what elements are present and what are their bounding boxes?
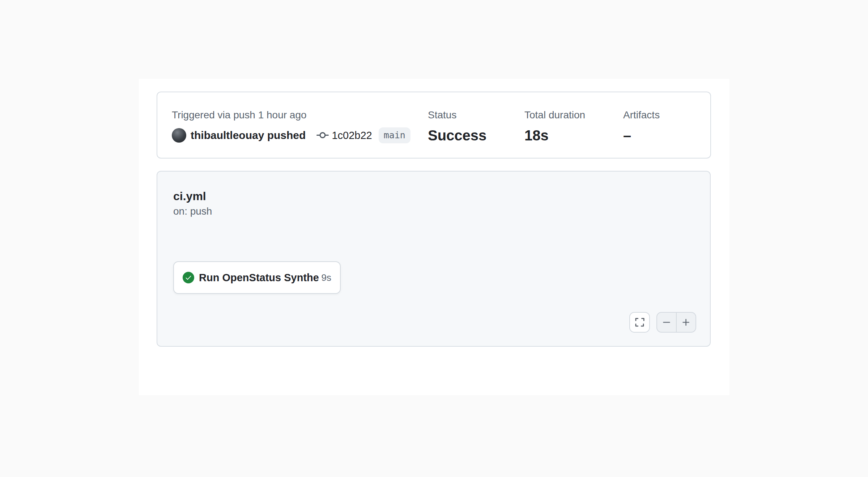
zoom-out-button[interactable] [657, 313, 676, 332]
workflow-graph-card: ci.yml on: push Run OpenStatus Synthetic… [157, 171, 711, 347]
job-name[interactable]: Run OpenStatus Synthetic... [199, 272, 319, 284]
job-node[interactable]: Run OpenStatus Synthetic... 9s [173, 261, 341, 294]
actor-name-link[interactable]: thibaultleouay pushed [191, 129, 306, 142]
duration-column: Total duration 18s [524, 92, 623, 158]
run-summary-card: Triggered via push 1 hour ago thibaultle… [157, 92, 711, 159]
plus-icon [681, 318, 691, 327]
avatar[interactable] [172, 128, 186, 143]
workflow-trigger-text: on: push [173, 205, 212, 218]
artifacts-label: Artifacts [623, 109, 710, 122]
duration-value: 18s [524, 127, 623, 144]
artifacts-column: Artifacts – [623, 92, 710, 158]
fullscreen-button[interactable] [629, 312, 650, 333]
artifacts-value: – [623, 127, 710, 144]
workflow-graph-header: ci.yml on: push [173, 189, 212, 218]
duration-label: Total duration [524, 109, 623, 122]
screen-full-icon [635, 317, 644, 327]
trigger-info-block: Triggered via push 1 hour ago thibaultle… [157, 92, 428, 158]
git-commit-icon [316, 129, 329, 142]
zoom-control-group [656, 312, 696, 333]
commit-sha-link[interactable]: 1c02b22 [332, 130, 372, 142]
branch-label[interactable]: main [379, 127, 410, 143]
triggered-via-text: Triggered via push 1 hour ago [172, 109, 428, 122]
status-label: Status [428, 109, 524, 122]
run-summary-surface: Triggered via push 1 hour ago thibaultle… [139, 79, 729, 395]
check-circle-icon [183, 272, 194, 283]
status-value: Success [428, 127, 524, 144]
actor-username[interactable]: thibaultleouay [191, 129, 264, 141]
actor-line: thibaultleouay pushed 1c02b22 main [172, 127, 428, 143]
workflow-file-name: ci.yml [173, 189, 212, 203]
status-column: Status Success [428, 92, 524, 158]
actor-action: pushed [267, 129, 306, 141]
zoom-in-button[interactable] [676, 313, 695, 332]
job-duration: 9s [322, 272, 331, 283]
minus-icon [662, 318, 671, 327]
